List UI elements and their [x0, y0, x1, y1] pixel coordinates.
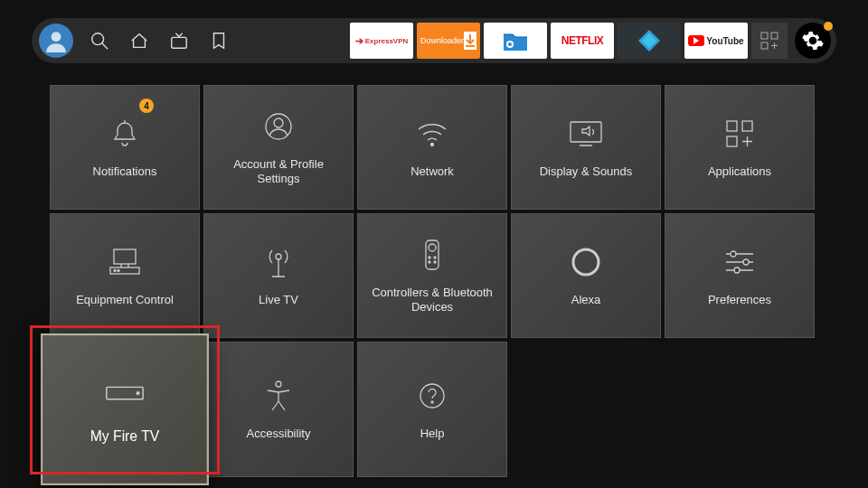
svg-point-22 [429, 244, 436, 251]
tile-label: Display & Sounds [533, 164, 640, 179]
notifications-count-badge: 4 [139, 99, 154, 113]
tile-alexa[interactable]: Alexa [511, 213, 661, 338]
device-box-icon [105, 373, 146, 414]
gear-icon [801, 29, 825, 52]
svg-point-1 [92, 33, 104, 45]
youtube-play-icon [688, 35, 704, 46]
tile-label: Applications [701, 164, 778, 179]
tile-label: Preferences [701, 293, 778, 307]
svg-point-30 [734, 267, 740, 273]
tile-label: Alexa [564, 293, 609, 307]
svg-point-27 [573, 249, 599, 275]
svg-rect-7 [771, 33, 778, 39]
tile-live-tv[interactable]: Live TV [203, 213, 354, 338]
tile-equipment[interactable]: Equipment Control [50, 213, 200, 338]
app-label: Downloader [420, 36, 464, 45]
svg-rect-6 [761, 33, 768, 39]
svg-rect-3 [172, 37, 187, 48]
tile-accessibility[interactable]: Accessibility [203, 342, 354, 477]
apps-grid-icon [722, 116, 758, 152]
alexa-icon [568, 244, 604, 280]
svg-point-34 [420, 384, 444, 408]
svg-rect-16 [114, 249, 136, 264]
live-tv-icon[interactable] [169, 31, 189, 51]
tile-network[interactable]: Network [357, 85, 507, 210]
tile-label: Help [413, 427, 452, 441]
nav-icons-group [90, 31, 229, 51]
pinned-apps-row: ➔ExpressVPN Downloader NETFLIX YouTube [350, 23, 831, 59]
app-expressvpn[interactable]: ➔ExpressVPN [350, 23, 413, 59]
svg-point-29 [743, 259, 749, 265]
notification-dot [824, 22, 833, 31]
app-downloader[interactable]: Downloader [417, 23, 480, 59]
svg-point-10 [274, 118, 283, 127]
antenna-icon [260, 244, 297, 280]
svg-rect-13 [727, 121, 737, 131]
sliders-icon [722, 244, 758, 280]
apps-grid-button[interactable] [751, 23, 788, 59]
svg-point-26 [434, 261, 436, 263]
app-netflix[interactable]: NETFLIX [551, 23, 614, 59]
tile-label: Account & Profile Settings [204, 157, 353, 187]
svg-rect-8 [761, 42, 768, 49]
tile-label: Live TV [251, 293, 306, 307]
svg-point-0 [52, 32, 61, 42]
tile-notifications[interactable]: 4 Notifications [50, 85, 200, 210]
bell-icon [107, 116, 143, 152]
tile-label: Equipment Control [69, 293, 181, 307]
svg-point-33 [276, 381, 281, 387]
settings-grid: 4 Notifications Account & Profile Settin… [50, 85, 815, 466]
tile-my-fire-tv[interactable]: My Fire TV [41, 333, 209, 485]
svg-point-23 [429, 257, 430, 258]
svg-point-32 [137, 392, 139, 395]
tile-applications[interactable]: Applications [665, 85, 815, 210]
svg-rect-12 [571, 122, 601, 142]
tile-label: Controllers & Bluetooth Devices [358, 286, 506, 315]
svg-rect-14 [742, 121, 752, 131]
svg-rect-15 [727, 136, 737, 146]
equipment-icon [107, 244, 143, 280]
profile-avatar[interactable] [39, 23, 73, 58]
tile-preferences[interactable]: Preferences [665, 213, 815, 338]
kodi-icon [637, 28, 662, 53]
app-es-file-explorer[interactable] [484, 23, 547, 59]
tile-label: Accessibility [240, 427, 318, 441]
svg-point-28 [731, 251, 736, 257]
settings-gear-button[interactable] [795, 23, 831, 59]
tile-controllers[interactable]: Controllers & Bluetooth Devices [357, 213, 507, 338]
app-label: YouTube [706, 36, 743, 46]
svg-point-11 [431, 143, 434, 145]
svg-line-2 [102, 43, 108, 49]
tile-account[interactable]: Account & Profile Settings [203, 85, 354, 210]
search-icon[interactable] [90, 31, 109, 51]
app-youtube[interactable]: YouTube [684, 23, 748, 59]
folder-icon [502, 29, 529, 52]
bookmark-icon[interactable] [209, 31, 229, 51]
svg-point-19 [118, 269, 119, 271]
remote-icon [414, 237, 450, 273]
home-icon[interactable] [129, 31, 149, 51]
app-kodi[interactable] [618, 23, 681, 59]
accessibility-icon [260, 378, 297, 414]
help-icon [414, 378, 450, 414]
download-arrow-icon [464, 32, 476, 50]
svg-point-24 [434, 257, 436, 258]
user-icon [260, 108, 297, 145]
tile-display[interactable]: Display & Sounds [511, 85, 661, 210]
app-label: ExpressVPN [365, 37, 409, 45]
wifi-icon [414, 116, 450, 152]
svg-point-18 [114, 269, 116, 271]
tile-label: Network [403, 164, 461, 179]
svg-point-35 [431, 401, 433, 403]
tv-sound-icon [568, 116, 604, 152]
svg-point-5 [508, 42, 512, 46]
app-label: NETFLIX [561, 34, 604, 47]
svg-rect-21 [426, 240, 439, 269]
top-nav-bar: ➔ExpressVPN Downloader NETFLIX YouTube [32, 18, 836, 63]
tile-label: Notifications [86, 164, 165, 179]
tile-help[interactable]: Help [357, 342, 507, 477]
svg-point-25 [429, 261, 430, 263]
tile-label: My Fire TV [82, 427, 167, 446]
svg-point-20 [276, 254, 281, 259]
